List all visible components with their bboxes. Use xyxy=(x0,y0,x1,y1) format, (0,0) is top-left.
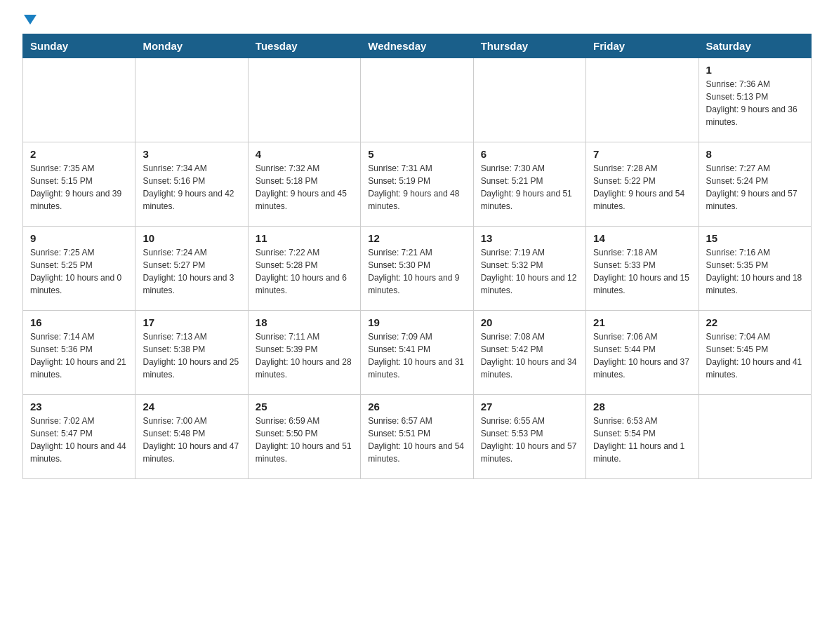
day-info: Sunrise: 7:28 AMSunset: 5:22 PMDaylight:… xyxy=(593,162,691,213)
calendar-cell: 15Sunrise: 7:16 AMSunset: 5:35 PMDayligh… xyxy=(699,227,811,311)
calendar-cell: 19Sunrise: 7:09 AMSunset: 5:41 PMDayligh… xyxy=(361,311,473,395)
calendar-cell: 26Sunrise: 6:57 AMSunset: 5:51 PMDayligh… xyxy=(361,395,473,479)
day-info: Sunrise: 7:18 AMSunset: 5:33 PMDaylight:… xyxy=(593,246,691,297)
day-info: Sunrise: 7:25 AMSunset: 5:25 PMDaylight:… xyxy=(30,246,128,297)
day-number: 7 xyxy=(593,148,691,160)
day-number: 6 xyxy=(481,148,578,160)
day-number: 14 xyxy=(593,232,691,244)
calendar-cell: 2Sunrise: 7:35 AMSunset: 5:15 PMDaylight… xyxy=(23,142,135,227)
day-number: 2 xyxy=(30,148,128,160)
col-header-monday: Monday xyxy=(135,34,248,58)
calendar-table: SundayMondayTuesdayWednesdayThursdayFrid… xyxy=(22,34,812,479)
calendar-cell: 21Sunrise: 7:06 AMSunset: 5:44 PMDayligh… xyxy=(586,311,699,395)
day-info: Sunrise: 6:57 AMSunset: 5:51 PMDaylight:… xyxy=(368,415,465,465)
calendar-cell: 6Sunrise: 7:30 AMSunset: 5:21 PMDaylight… xyxy=(473,142,585,227)
day-info: Sunrise: 7:00 AMSunset: 5:48 PMDaylight:… xyxy=(143,415,240,465)
day-info: Sunrise: 7:34 AMSunset: 5:16 PMDaylight:… xyxy=(143,162,240,213)
calendar-cell: 10Sunrise: 7:24 AMSunset: 5:27 PMDayligh… xyxy=(135,227,248,311)
calendar-cell: 24Sunrise: 7:00 AMSunset: 5:48 PMDayligh… xyxy=(135,395,248,479)
calendar-cell xyxy=(699,395,811,479)
logo-triangle-icon xyxy=(24,15,37,25)
day-info: Sunrise: 7:09 AMSunset: 5:41 PMDaylight:… xyxy=(368,330,465,381)
day-info: Sunrise: 7:31 AMSunset: 5:19 PMDaylight:… xyxy=(368,162,465,213)
day-info: Sunrise: 7:36 AMSunset: 5:13 PMDaylight:… xyxy=(706,78,804,128)
day-number: 1 xyxy=(706,64,804,76)
calendar-cell: 16Sunrise: 7:14 AMSunset: 5:36 PMDayligh… xyxy=(23,311,135,395)
day-info: Sunrise: 7:24 AMSunset: 5:27 PMDaylight:… xyxy=(143,246,240,297)
col-header-sunday: Sunday xyxy=(23,34,135,58)
week-row-3: 9Sunrise: 7:25 AMSunset: 5:25 PMDaylight… xyxy=(23,227,812,311)
day-number: 9 xyxy=(30,232,128,244)
day-info: Sunrise: 6:59 AMSunset: 5:50 PMDaylight:… xyxy=(256,415,353,465)
week-row-5: 23Sunrise: 7:02 AMSunset: 5:47 PMDayligh… xyxy=(23,395,812,479)
calendar-cell: 7Sunrise: 7:28 AMSunset: 5:22 PMDaylight… xyxy=(586,142,699,227)
calendar-cell: 3Sunrise: 7:34 AMSunset: 5:16 PMDaylight… xyxy=(135,142,248,227)
day-number: 8 xyxy=(706,148,804,160)
day-number: 5 xyxy=(368,148,465,160)
day-info: Sunrise: 7:02 AMSunset: 5:47 PMDaylight:… xyxy=(30,415,128,465)
day-info: Sunrise: 7:21 AMSunset: 5:30 PMDaylight:… xyxy=(368,246,465,297)
day-number: 18 xyxy=(256,316,353,328)
day-info: Sunrise: 7:11 AMSunset: 5:39 PMDaylight:… xyxy=(256,330,353,381)
calendar-cell xyxy=(361,58,473,142)
day-info: Sunrise: 6:53 AMSunset: 5:54 PMDaylight:… xyxy=(593,415,691,465)
day-info: Sunrise: 7:13 AMSunset: 5:38 PMDaylight:… xyxy=(143,330,240,381)
calendar-cell: 14Sunrise: 7:18 AMSunset: 5:33 PMDayligh… xyxy=(586,227,699,311)
calendar-cell: 8Sunrise: 7:27 AMSunset: 5:24 PMDaylight… xyxy=(699,142,811,227)
col-header-thursday: Thursday xyxy=(473,34,585,58)
day-number: 15 xyxy=(706,232,804,244)
calendar-cell: 25Sunrise: 6:59 AMSunset: 5:50 PMDayligh… xyxy=(248,395,360,479)
day-info: Sunrise: 7:35 AMSunset: 5:15 PMDaylight:… xyxy=(30,162,128,213)
col-header-saturday: Saturday xyxy=(699,34,811,58)
calendar-cell xyxy=(23,58,135,142)
calendar-cell: 27Sunrise: 6:55 AMSunset: 5:53 PMDayligh… xyxy=(473,395,585,479)
calendar-cell: 12Sunrise: 7:21 AMSunset: 5:30 PMDayligh… xyxy=(361,227,473,311)
page-header xyxy=(22,17,812,27)
calendar-cell: 23Sunrise: 7:02 AMSunset: 5:47 PMDayligh… xyxy=(23,395,135,479)
calendar-cell: 9Sunrise: 7:25 AMSunset: 5:25 PMDaylight… xyxy=(23,227,135,311)
calendar-cell: 18Sunrise: 7:11 AMSunset: 5:39 PMDayligh… xyxy=(248,311,360,395)
day-info: Sunrise: 7:30 AMSunset: 5:21 PMDaylight:… xyxy=(481,162,578,213)
calendar-cell: 1Sunrise: 7:36 AMSunset: 5:13 PMDaylight… xyxy=(699,58,811,142)
col-header-wednesday: Wednesday xyxy=(361,34,473,58)
day-number: 11 xyxy=(256,232,353,244)
day-info: Sunrise: 7:32 AMSunset: 5:18 PMDaylight:… xyxy=(256,162,353,213)
calendar-cell: 5Sunrise: 7:31 AMSunset: 5:19 PMDaylight… xyxy=(361,142,473,227)
day-number: 10 xyxy=(143,232,240,244)
calendar-cell xyxy=(248,58,360,142)
day-number: 4 xyxy=(256,148,353,160)
day-number: 17 xyxy=(143,316,240,328)
day-number: 13 xyxy=(481,232,578,244)
logo xyxy=(22,17,37,27)
calendar-cell xyxy=(135,58,248,142)
day-number: 21 xyxy=(593,316,691,328)
day-number: 20 xyxy=(481,316,578,328)
calendar-cell xyxy=(586,58,699,142)
col-header-friday: Friday xyxy=(586,34,699,58)
day-number: 23 xyxy=(30,401,128,412)
day-number: 16 xyxy=(30,316,128,328)
calendar-cell: 28Sunrise: 6:53 AMSunset: 5:54 PMDayligh… xyxy=(586,395,699,479)
day-info: Sunrise: 7:27 AMSunset: 5:24 PMDaylight:… xyxy=(706,162,804,213)
day-number: 3 xyxy=(143,148,240,160)
calendar-cell: 22Sunrise: 7:04 AMSunset: 5:45 PMDayligh… xyxy=(699,311,811,395)
calendar-cell: 13Sunrise: 7:19 AMSunset: 5:32 PMDayligh… xyxy=(473,227,585,311)
day-number: 26 xyxy=(368,401,465,412)
day-number: 27 xyxy=(481,401,578,412)
day-number: 22 xyxy=(706,316,804,328)
calendar-cell: 11Sunrise: 7:22 AMSunset: 5:28 PMDayligh… xyxy=(248,227,360,311)
day-info: Sunrise: 7:04 AMSunset: 5:45 PMDaylight:… xyxy=(706,330,804,381)
week-row-2: 2Sunrise: 7:35 AMSunset: 5:15 PMDaylight… xyxy=(23,142,812,227)
calendar-header-row: SundayMondayTuesdayWednesdayThursdayFrid… xyxy=(23,34,812,58)
day-number: 25 xyxy=(256,401,353,412)
week-row-1: 1Sunrise: 7:36 AMSunset: 5:13 PMDaylight… xyxy=(23,58,812,142)
calendar-cell: 20Sunrise: 7:08 AMSunset: 5:42 PMDayligh… xyxy=(473,311,585,395)
day-number: 12 xyxy=(368,232,465,244)
day-info: Sunrise: 7:08 AMSunset: 5:42 PMDaylight:… xyxy=(481,330,578,381)
day-number: 24 xyxy=(143,401,240,412)
calendar-cell xyxy=(473,58,585,142)
day-number: 19 xyxy=(368,316,465,328)
day-info: Sunrise: 7:14 AMSunset: 5:36 PMDaylight:… xyxy=(30,330,128,381)
day-info: Sunrise: 7:16 AMSunset: 5:35 PMDaylight:… xyxy=(706,246,804,297)
day-info: Sunrise: 7:19 AMSunset: 5:32 PMDaylight:… xyxy=(481,246,578,297)
